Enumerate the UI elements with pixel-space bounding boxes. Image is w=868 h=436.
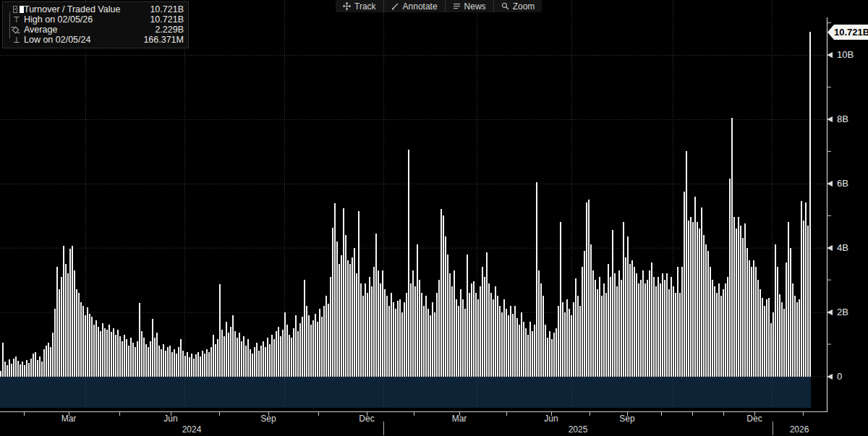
volume-bar — [224, 336, 225, 377]
volume-bar — [768, 298, 770, 377]
annotate-button[interactable]: Annotate — [384, 0, 446, 12]
volume-bar — [460, 289, 461, 377]
volume-bar — [78, 293, 80, 377]
volume-bar — [258, 351, 260, 377]
news-button-label: News — [464, 1, 486, 12]
volume-bar — [601, 296, 603, 377]
volume-bar — [577, 296, 579, 377]
volume-bar — [299, 323, 301, 377]
tree-expander-icon[interactable] — [13, 6, 17, 13]
volume-bar — [610, 277, 611, 377]
chart-plot-area[interactable] — [0, 0, 868, 436]
volume-bar — [549, 331, 550, 377]
volume-bar — [523, 322, 524, 377]
volume-bar — [35, 352, 36, 377]
chart-toolbar: Track Annotate News Zoom — [336, 0, 542, 12]
average-value: 2.229B — [150, 25, 184, 35]
volume-bar — [237, 338, 238, 377]
legend-expander-and-swatch[interactable] — [13, 6, 24, 13]
volume-bar — [755, 267, 757, 377]
volume-bar — [510, 306, 511, 377]
zoom-button[interactable]: Zoom — [494, 0, 542, 12]
volume-bar — [295, 315, 297, 377]
volume-bar — [458, 306, 459, 377]
volume-bar — [618, 270, 620, 377]
volume-bar — [24, 365, 25, 377]
volume-bar — [217, 339, 218, 377]
volume-bar — [369, 277, 370, 377]
volume-bar — [562, 302, 563, 377]
volume-bar — [783, 309, 785, 377]
volume-bar — [809, 32, 811, 377]
volume-bar — [410, 283, 412, 377]
volume-bar — [441, 209, 442, 377]
volume-bar — [538, 270, 540, 377]
low-value: 166.371M — [139, 35, 184, 45]
volume-bar — [271, 335, 273, 377]
volume-bar — [332, 228, 333, 377]
x-axis-year-label: 2024 — [182, 424, 202, 435]
volume-bar — [425, 296, 427, 377]
volume-bar — [378, 270, 379, 377]
legend-row-low[interactable]: ⊥ Low on 02/05/24 166.371M — [6, 35, 184, 45]
volume-bar — [653, 277, 655, 377]
volume-bar — [716, 293, 718, 377]
volume-bar — [753, 260, 754, 377]
news-button[interactable]: News — [446, 0, 494, 12]
volume-bar — [397, 301, 399, 377]
volume-bar — [193, 359, 195, 377]
low-marker-icon: ⊥ — [13, 35, 24, 45]
volume-bar — [395, 309, 396, 377]
volume-bar — [148, 347, 149, 377]
volume-bar — [76, 289, 77, 377]
volume-bar — [414, 286, 416, 377]
volume-bar — [122, 341, 123, 377]
volume-bar — [158, 346, 160, 377]
volume-bar — [406, 293, 407, 377]
volume-bar — [226, 322, 227, 377]
volume-bar — [725, 283, 726, 377]
volume-bar — [792, 283, 793, 377]
legend-row-high[interactable]: ⊤ High on 02/05/26 10.721B — [6, 14, 184, 25]
volume-bar — [684, 192, 685, 377]
volume-bar — [269, 344, 271, 377]
volume-bar — [480, 286, 481, 377]
volume-bar — [690, 217, 692, 377]
volume-bar — [115, 335, 116, 377]
legend-row-average[interactable]: Average 2.229B — [6, 25, 184, 35]
volume-bar — [694, 197, 696, 377]
volume-bar — [762, 298, 763, 377]
volume-bar — [343, 208, 344, 377]
volume-bar — [373, 267, 375, 377]
volume-bar — [50, 347, 51, 377]
volume-bar — [202, 351, 203, 377]
volume-bar — [391, 293, 392, 377]
volume-bar — [599, 277, 600, 377]
volume-bar — [280, 336, 281, 377]
volume-bar — [588, 200, 590, 377]
track-button[interactable]: Track — [336, 0, 384, 12]
volume-bar — [141, 331, 142, 377]
volume-bar — [72, 246, 73, 377]
volume-bar — [241, 341, 242, 377]
volume-bar — [28, 363, 30, 377]
volume-bar — [660, 283, 661, 377]
volume-bar — [803, 221, 804, 377]
volume-bar — [154, 338, 156, 377]
volume-bar — [707, 251, 709, 377]
volume-bar — [486, 252, 488, 377]
volume-bar — [777, 267, 778, 377]
zoom-button-label: Zoom — [513, 1, 535, 12]
y-axis-major-tick — [827, 309, 833, 315]
volume-bar — [770, 323, 772, 377]
volume-bar — [260, 346, 262, 377]
volume-bar — [477, 299, 479, 377]
volume-bar — [232, 315, 234, 377]
legend-row-series[interactable]: Turnover / Traded Value 10.721B — [6, 4, 184, 14]
volume-bar — [595, 280, 596, 377]
volume-bar — [111, 332, 112, 377]
volume-bar — [100, 331, 101, 377]
average-label: Average — [24, 25, 150, 35]
volume-bar — [102, 323, 103, 377]
volume-bar — [354, 248, 355, 377]
